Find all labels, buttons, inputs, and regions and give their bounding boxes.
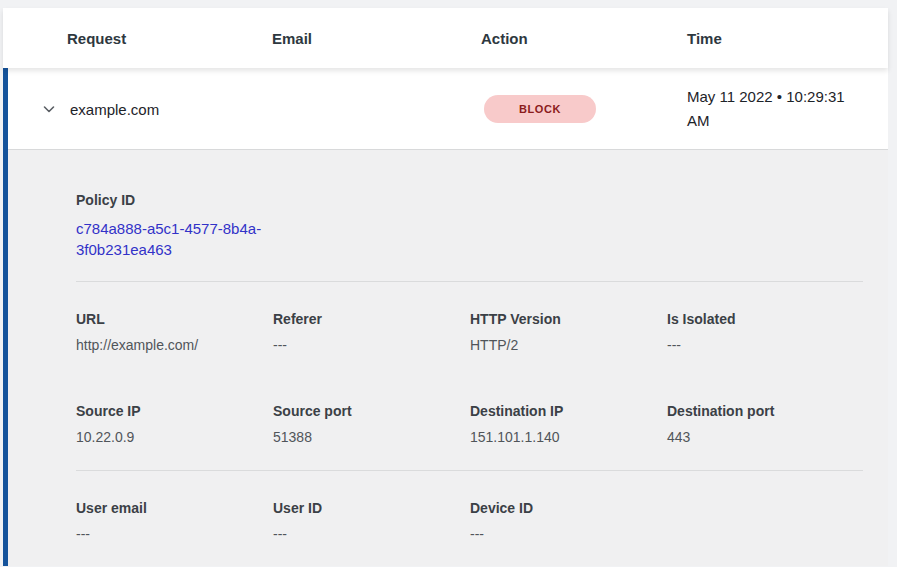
column-header-email: Email — [272, 30, 481, 47]
detail-field-source-port: Source port 51388 — [273, 403, 470, 445]
detail-field-source-ip: Source IP 10.22.0.9 — [76, 403, 273, 445]
log-table: Request Email Action Time example.com BL… — [3, 8, 888, 567]
request-domain: example.com — [70, 100, 159, 117]
detail-field-is-isolated: Is Isolated --- — [667, 311, 863, 353]
field-label: Source IP — [76, 403, 261, 419]
field-value: --- — [273, 526, 458, 542]
divider — [76, 281, 863, 282]
field-value: --- — [273, 337, 458, 353]
divider — [76, 470, 863, 471]
field-label: User email — [76, 500, 261, 516]
column-header-action: Action — [481, 30, 687, 47]
field-value: 51388 — [273, 429, 458, 445]
detail-field-device-id: Device ID --- — [470, 500, 667, 542]
field-label: Device ID — [470, 500, 655, 516]
detail-row-network-info: Source IP 10.22.0.9 Source port 51388 De… — [76, 403, 863, 445]
detail-field-url: URL http://example.com/ — [76, 311, 273, 353]
field-value: 151.101.1.140 — [470, 429, 655, 445]
column-header-request: Request — [67, 30, 272, 47]
field-label: User ID — [273, 500, 458, 516]
field-label: Source port — [273, 403, 458, 419]
field-label: HTTP Version — [470, 311, 655, 327]
detail-field-policy-id: Policy ID c784a888-a5c1-4577-8b4a-3f0b23… — [76, 192, 273, 260]
detail-row-user-info: User email --- User ID --- Device ID --- — [76, 500, 863, 542]
field-value: 10.22.0.9 — [76, 429, 261, 445]
field-label: Destination port — [667, 403, 851, 419]
policy-id-link[interactable]: c784a888-a5c1-4577-8b4a-3f0b231ea463 — [76, 218, 276, 260]
field-label: Referer — [273, 311, 458, 327]
field-value: --- — [470, 526, 655, 542]
field-label-policy-id: Policy ID — [76, 192, 261, 208]
detail-field-http-version: HTTP Version HTTP/2 — [470, 311, 667, 353]
field-value: http://example.com/ — [76, 337, 261, 353]
detail-row-request-info: URL http://example.com/ Referer --- HTTP… — [76, 311, 863, 353]
chevron-down-icon[interactable] — [40, 100, 58, 118]
detail-field-destination-port: Destination port 443 — [667, 403, 863, 445]
table-header: Request Email Action Time — [3, 8, 888, 68]
field-label: Destination IP — [470, 403, 655, 419]
field-value: HTTP/2 — [470, 337, 655, 353]
log-row-summary[interactable]: example.com BLOCK May 11 2022 • 10:29:31… — [8, 68, 888, 150]
detail-field-referer: Referer --- — [273, 311, 470, 353]
action-status-badge: BLOCK — [484, 95, 596, 123]
column-header-time: Time — [687, 30, 888, 47]
detail-field-empty — [667, 500, 863, 542]
time-value: May 11 2022 • 10:29:31 AM — [687, 85, 859, 133]
field-label: Is Isolated — [667, 311, 851, 327]
detail-field-destination-ip: Destination IP 151.101.1.140 — [470, 403, 667, 445]
log-row-expanded: example.com BLOCK May 11 2022 • 10:29:31… — [3, 68, 888, 566]
field-label: URL — [76, 311, 261, 327]
detail-field-user-id: User ID --- — [273, 500, 470, 542]
detail-field-user-email: User email --- — [76, 500, 273, 542]
log-detail-panel: Policy ID c784a888-a5c1-4577-8b4a-3f0b23… — [8, 150, 888, 566]
field-value: --- — [667, 337, 851, 353]
field-value: --- — [76, 526, 261, 542]
field-value: 443 — [667, 429, 851, 445]
